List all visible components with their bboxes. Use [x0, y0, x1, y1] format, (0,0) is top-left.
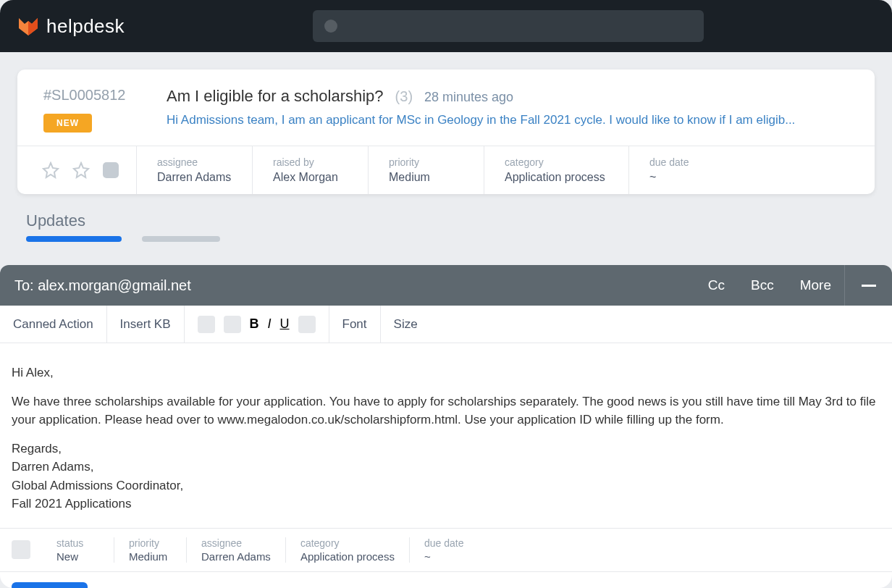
- status-badge: NEW: [43, 114, 92, 133]
- cm-label: due date: [424, 537, 468, 549]
- cc-button[interactable]: Cc: [695, 277, 738, 293]
- ticket-left: #SL0005812 NEW: [43, 87, 138, 133]
- italic-button[interactable]: I: [268, 316, 272, 332]
- square-icon[interactable]: [103, 162, 119, 178]
- cm-status: status New: [42, 537, 114, 563]
- cm-label: category: [300, 537, 395, 549]
- ticket-title: Am I eligible for a scholarship?: [167, 87, 384, 106]
- topbar: helpdesk: [0, 0, 892, 52]
- meta-label: assignee: [157, 156, 232, 168]
- format-icon[interactable]: [198, 316, 215, 333]
- to-value: alex.morgan@gmail.net: [38, 277, 191, 293]
- cm-value: Application process: [300, 550, 395, 563]
- brand-text: helpdesk: [46, 15, 125, 38]
- bcc-button[interactable]: Bcc: [738, 277, 787, 293]
- cm-value: ~: [424, 550, 468, 563]
- compose-panel: To: alex.morgan@gmail.net Cc Bcc More Ca…: [0, 265, 892, 588]
- compose-header: To: alex.morgan@gmail.net Cc Bcc More: [0, 265, 892, 306]
- cm-value: New: [56, 550, 99, 563]
- updates-heading: Updates: [26, 211, 875, 230]
- to-label: To:: [14, 277, 34, 293]
- cm-label: status: [56, 537, 99, 549]
- format-icon[interactable]: [298, 316, 316, 333]
- format-icon[interactable]: [224, 316, 241, 333]
- meta-label: priority: [389, 156, 463, 168]
- minus-icon: [862, 285, 876, 287]
- compose-actions: Cc Bcc More: [695, 265, 892, 306]
- ticket-preview: Hi Admissions team, I am an applicant fo…: [167, 113, 849, 127]
- search-indicator-icon: [324, 20, 337, 33]
- meta-assignee: assignee Darren Adams: [136, 146, 252, 194]
- email-signoff: Regards,: [12, 440, 880, 458]
- add-reply-button[interactable]: Add Reply: [12, 582, 88, 589]
- meta-label: category: [505, 156, 608, 168]
- cm-label: priority: [129, 537, 172, 549]
- tab-inactive[interactable]: [142, 236, 220, 242]
- meta-priority: priority Medium: [368, 146, 484, 194]
- meta-value: Darren Adams: [157, 171, 232, 184]
- compose-meta-row: status New priority Medium assignee Darr…: [0, 528, 892, 571]
- tab-active[interactable]: [26, 236, 122, 242]
- minimize-button[interactable]: [844, 265, 892, 306]
- ticket-id: #SL0005812: [43, 87, 125, 104]
- email-sig-line: Fall 2021 Applications: [12, 495, 880, 513]
- email-body[interactable]: Hi Alex, We have three scholarships avai…: [0, 343, 892, 528]
- size-button[interactable]: Size: [381, 306, 431, 343]
- cm-value: Darren Adams: [201, 550, 271, 563]
- format-group: B I U: [185, 306, 329, 343]
- meta-label: due date: [649, 156, 724, 168]
- email-sig-line: Darren Adams,: [12, 458, 880, 476]
- star-outline-icon[interactable]: [42, 161, 59, 179]
- cm-due-date: due date ~: [410, 537, 482, 563]
- meta-category: category Application process: [484, 146, 628, 194]
- font-button[interactable]: Font: [329, 306, 381, 343]
- meta-columns: assignee Darren Adams raised by Alex Mor…: [136, 146, 875, 194]
- canned-action-button[interactable]: Canned Action: [0, 306, 107, 343]
- meta-label: raised by: [273, 156, 348, 168]
- meta-value: Medium: [389, 171, 463, 184]
- star-outline-icon[interactable]: [72, 161, 90, 179]
- cm-label: assignee: [201, 537, 271, 549]
- ticket-title-row: Am I eligible for a scholarship? (3) 28 …: [167, 87, 849, 106]
- ticket-reply-count: (3): [395, 88, 413, 105]
- search-input[interactable]: [313, 10, 704, 42]
- tabs-bar: [26, 236, 875, 242]
- cm-value: Medium: [129, 550, 172, 563]
- compose-to: To: alex.morgan@gmail.net: [14, 277, 191, 294]
- ticket-time: 28 minutes ago: [424, 90, 513, 105]
- meta-due-date: due date ~: [628, 146, 744, 194]
- cm-assignee: assignee Darren Adams: [187, 537, 286, 563]
- ticket-meta-row: assignee Darren Adams raised by Alex Mor…: [17, 146, 875, 194]
- app-root: helpdesk #SL0005812 NEW Am I eligible fo…: [0, 0, 892, 588]
- email-greeting: Hi Alex,: [12, 364, 880, 382]
- email-sig-line: Global Admissions Coordinator,: [12, 476, 880, 495]
- ticket-card: #SL0005812 NEW Am I eligible for a schol…: [17, 70, 875, 194]
- checkbox[interactable]: [12, 540, 30, 559]
- bold-button[interactable]: B: [250, 316, 259, 332]
- meta-value: Alex Morgan: [273, 171, 348, 184]
- ticket-meta-icons: [17, 146, 136, 194]
- meta-value: ~: [649, 171, 724, 184]
- cm-priority: priority Medium: [114, 537, 187, 563]
- logo[interactable]: helpdesk: [17, 15, 125, 38]
- content: #SL0005812 NEW Am I eligible for a schol…: [0, 52, 892, 242]
- cm-category: category Application process: [286, 537, 410, 563]
- ticket-header: #SL0005812 NEW Am I eligible for a schol…: [17, 70, 875, 146]
- meta-value: Application process: [505, 171, 608, 184]
- meta-raised-by: raised by Alex Morgan: [252, 146, 368, 194]
- ticket-right: Am I eligible for a scholarship? (3) 28 …: [167, 87, 849, 133]
- more-button[interactable]: More: [787, 277, 844, 293]
- compose-toolbar: Canned Action Insert KB B I U Font Size: [0, 306, 892, 343]
- email-paragraph: We have three scholarships available for…: [12, 392, 880, 429]
- insert-kb-button[interactable]: Insert KB: [107, 306, 185, 343]
- underline-button[interactable]: U: [280, 316, 290, 332]
- fox-icon: [17, 15, 39, 37]
- compose-footer: Add Reply Reset Draft saved: [0, 571, 892, 589]
